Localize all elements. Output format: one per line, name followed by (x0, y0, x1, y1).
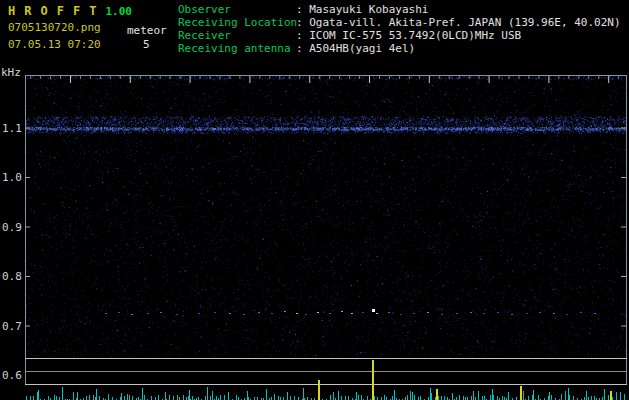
info-value: : Masayuki Kobayashi (296, 3, 428, 16)
hrofft-output-window: HROFFT1.00 0705130720.png meteor 07.05.1… (0, 0, 629, 400)
spectrogram-canvas (25, 75, 627, 400)
info-label: Observer (178, 3, 296, 16)
info-row-receiver: Receiver: ICOM IC-575 53.7492(0LCD)MHz U… (178, 29, 621, 42)
info-value: : Ogata-vill. Akita-Pref. JAPAN (139.96E… (296, 16, 621, 29)
title-letter: H (8, 4, 15, 18)
title-letter: T (89, 4, 96, 18)
title-letter: F (73, 4, 80, 18)
info-row-observer: Observer: Masayuki Kobayashi (178, 3, 621, 16)
datetime: 07.05.13 07:20 (8, 39, 101, 50)
info-label: Receiver (178, 29, 296, 42)
meteor-count: 5 (143, 39, 150, 50)
meteor-label: meteor (127, 25, 167, 36)
info-label: Receiving Location (178, 16, 296, 29)
info-label: Receiving antenna (178, 42, 296, 55)
title-letter: R (24, 4, 31, 18)
info-row-location: Receiving Location: Ogata-vill. Akita-Pr… (178, 16, 621, 29)
info-row-antenna: Receiving antenna: A504HB(yagi 4el) (178, 42, 621, 55)
freq-tick-label: 0.7 (2, 320, 21, 333)
info-value: : A504HB(yagi 4el) (296, 42, 415, 55)
freq-tick-label: 1.1 (2, 122, 21, 135)
app-title: HROFFT1.00 (8, 4, 132, 18)
output-filename: 0705130720.png (8, 22, 101, 33)
freq-tick-label: 1.0 (2, 171, 21, 184)
title-letter: O (40, 4, 47, 18)
app-version: 1.00 (105, 5, 132, 18)
station-info: Observer: Masayuki Kobayashi Receiving L… (178, 3, 621, 55)
freq-tick-label: 0.6 (2, 369, 21, 382)
freq-unit-label: kHz (1, 66, 21, 79)
freq-tick-label: 0.8 (2, 270, 21, 283)
freq-tick-label: 0.9 (2, 221, 21, 234)
title-letter: F (57, 4, 64, 18)
info-value: : ICOM IC-575 53.7492(0LCD)MHz USB (296, 29, 521, 42)
